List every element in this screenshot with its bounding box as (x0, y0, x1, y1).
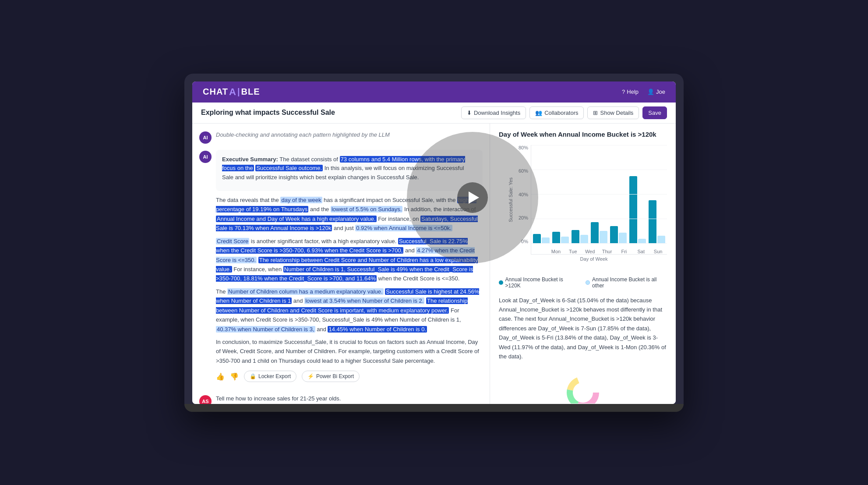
y-label-40: 40% (519, 192, 528, 197)
y-axis-title: Successful Sale: Yes (508, 173, 513, 226)
x-labels: Mon Tue Wed Thur Fri Sat Sun (547, 249, 667, 254)
details-icon: ⊞ (593, 110, 598, 116)
page-title: Exploring what impacts Successful Sale (201, 109, 335, 117)
logo-ble: BLE (241, 87, 260, 97)
collaborators-button[interactable]: 👥 Collaborators (529, 106, 584, 119)
save-button[interactable]: Save (642, 106, 667, 119)
help-link[interactable]: ? Help (622, 89, 639, 95)
logo-aible: A (229, 86, 236, 98)
locker-icon: 🔒 (250, 373, 256, 379)
download-insights-button[interactable]: ⬇ Download Insights (461, 106, 526, 119)
hl-noc: Number of Children is 1, Successful_Sale… (216, 266, 473, 282)
para-numchildren: The Number of Children column has a medi… (216, 287, 483, 334)
logo-chat: CHAT (203, 87, 228, 97)
legend-teal: Annual Income Bucket is >120K (499, 276, 577, 289)
bar-group-mon (533, 234, 550, 244)
bar-tue-teal (552, 232, 560, 243)
y-label-80: 80% (519, 145, 528, 150)
chat-message-status: AI Double-checking and annotating each p… (199, 131, 483, 144)
analysis-content: Executive Summary: The dataset consists … (216, 150, 483, 389)
bar-thu-teal (591, 222, 599, 243)
laptop-frame: CHATA|BLE ? Help 👤 Joe Exploring what im… (184, 74, 684, 412)
status-text: Double-checking and annotating each patt… (216, 131, 483, 144)
bar-group-sat (629, 176, 646, 244)
bar-group-sun (649, 200, 665, 244)
bar-mon-light (542, 237, 550, 243)
hl-noc-low: lowest at 3.54% when Number of Children … (304, 297, 424, 304)
bar-mon-teal (533, 234, 541, 244)
bar-sat-teal (629, 176, 637, 244)
x-axis-title: Day of Week (521, 256, 667, 262)
bar-fri-teal (610, 226, 618, 244)
toolbar: Exploring what impacts Successful Sale ⬇… (192, 103, 676, 124)
chart-panel: Day of Week when Annual Income Bucket is… (490, 124, 676, 404)
chat-message-user: AS Tell me how to increase sales for 21-… (199, 394, 483, 404)
y-label-60: 60% (519, 168, 528, 173)
show-details-button[interactable]: ⊞ Show Details (587, 106, 639, 119)
bar-sun-light (657, 236, 665, 244)
chart-legend: Annual Income Bucket is >120K Annual Inc… (499, 276, 667, 289)
download-icon: ⬇ (467, 110, 472, 116)
avatar-ai-1: AI (199, 131, 212, 144)
powerbi-icon: ⚡ (307, 373, 314, 379)
bar-group-wed (572, 230, 588, 244)
bar-tue-light (561, 237, 569, 243)
y-label-0: 0% (521, 239, 528, 244)
para-creditscore: Credit Score is another significant fact… (216, 237, 483, 283)
toolbar-actions: ⬇ Download Insights 👥 Collaborators ⊞ Sh… (461, 106, 667, 119)
top-nav: CHATA|BLE ? Help 👤 Joe (192, 81, 676, 103)
hl-cs: Credit Score (216, 238, 249, 244)
x-label-thu: Thur (600, 249, 614, 254)
legend-dot-teal (499, 280, 503, 285)
chart-title: Day of Week when Annual Income Bucket is… (499, 131, 667, 138)
chat-panel: AI Double-checking and annotating each p… (192, 124, 490, 404)
avatar-user: AS (199, 395, 212, 404)
legend-dot-light (586, 280, 590, 285)
bar-fri-light (619, 233, 627, 243)
donut-chart (561, 368, 605, 404)
y-label-20: 20% (519, 215, 528, 220)
x-label-sun: Sun (651, 249, 665, 254)
user-menu[interactable]: 👤 Joe (647, 89, 665, 95)
hl-income-dow: Annual Income and Day of Week has a high… (216, 216, 377, 222)
exec-summary-block: Executive Summary: The dataset consists … (216, 150, 483, 191)
x-label-sat: Sat (634, 249, 648, 254)
bar-chart: Successful Sale: Yes 80% 60% 40% 20% (499, 145, 667, 268)
x-label-tue: Tue (566, 249, 580, 254)
bar-wed-light (580, 235, 588, 244)
highlight-outcome: Successful Sale outcome. (255, 165, 323, 171)
bar-thu-light (600, 231, 607, 244)
hl-low-income: 0.92% when Annual Income is <=50k. (355, 225, 452, 231)
bars-area: Mon Tue Wed Thur Fri Sat Sun (531, 145, 667, 255)
exec-summary-label: Executive Summary: (222, 156, 278, 163)
user-message-text: Tell me how to increase sales for 21-25 … (216, 394, 483, 404)
powerbi-export-button[interactable]: ⚡ Power Bi Export (302, 371, 360, 382)
laptop-bottom (184, 404, 684, 412)
donut-chart-area (499, 368, 667, 404)
bar-wed-teal (572, 230, 579, 244)
hl-noc-0: 14.45% when Number of Children is 0. (328, 326, 427, 333)
chat-message-analysis: AI Executive Summary: The dataset consis… (199, 150, 483, 389)
action-row: 👍 👎 🔒 Locker Export ⚡ Power Bi Export (216, 371, 483, 382)
x-label-mon: Mon (549, 249, 563, 254)
para-dayofweek: The data reveals that the day of the wee… (216, 195, 483, 233)
logo: CHATA|BLE (203, 86, 260, 98)
bar-group-thu (591, 222, 607, 243)
thumbs-down-button[interactable]: 👎 (230, 371, 239, 382)
hl-noc-3: 40.37% when Number of Children is 3, (216, 326, 315, 333)
hl-noc-col: Number of Children column has a medium e… (227, 288, 384, 295)
hl-dow: day of the week (280, 197, 322, 203)
bar-sun-teal (649, 200, 656, 244)
logo-pipe: | (237, 87, 240, 97)
x-label-fri: Fri (617, 249, 631, 254)
nav-right: ? Help 👤 Joe (622, 89, 665, 95)
bar-group-tue (552, 232, 569, 243)
bar-group-fri (610, 226, 627, 244)
user-icon: 👤 (647, 89, 654, 95)
bar-sat-light (638, 239, 646, 244)
locker-export-button[interactable]: 🔒 Locker Export (244, 371, 296, 382)
collaborators-icon: 👥 (535, 110, 542, 116)
thumbs-up-button[interactable]: 👍 (216, 371, 225, 382)
chart-insight: Look at Day_of_Week is 6-Sat (15.04% of … (499, 296, 667, 361)
para-conclusion: In conclusion, to maximize Successful_Sa… (216, 337, 483, 365)
